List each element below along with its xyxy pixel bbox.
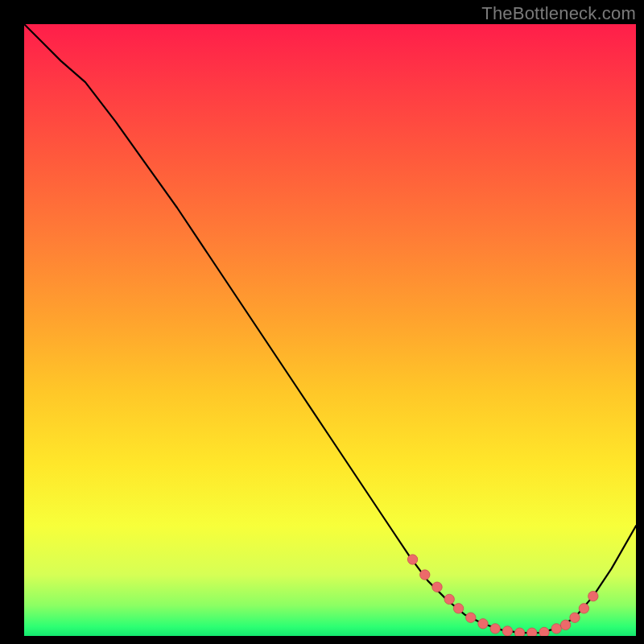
marker-dot: [432, 582, 442, 592]
bottleneck-chart: [24, 24, 636, 636]
marker-dot: [539, 627, 549, 636]
marker-dot: [407, 555, 417, 564]
marker-dot: [502, 626, 512, 636]
marker-dot: [478, 619, 488, 629]
marker-dot: [466, 613, 476, 622]
marker-dot: [570, 613, 580, 622]
marker-dot: [514, 628, 524, 636]
gradient-background: [24, 24, 636, 636]
marker-dot: [453, 604, 463, 613]
marker-dot: [527, 628, 537, 636]
marker-dot: [420, 570, 430, 580]
marker-dot: [579, 604, 588, 613]
marker-dot: [444, 594, 454, 604]
marker-dot: [551, 624, 561, 634]
app-frame: TheBottleneck.com: [0, 0, 644, 644]
attribution-label: TheBottleneck.com: [481, 3, 636, 24]
chart-container: [24, 24, 636, 636]
marker-dot: [560, 620, 570, 630]
marker-dot: [490, 624, 500, 634]
marker-dot: [588, 591, 598, 601]
